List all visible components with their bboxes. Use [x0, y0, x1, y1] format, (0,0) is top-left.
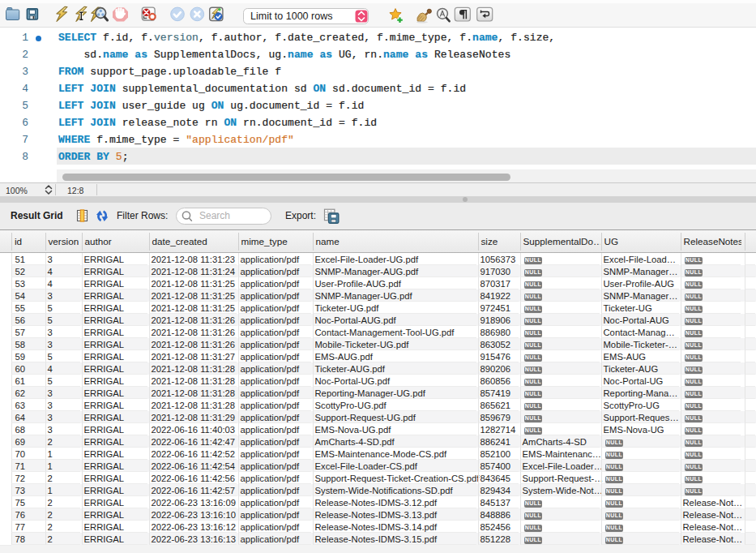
svg-text:Limit to 1000 rows: Limit to 1000 rows	[250, 11, 332, 22]
